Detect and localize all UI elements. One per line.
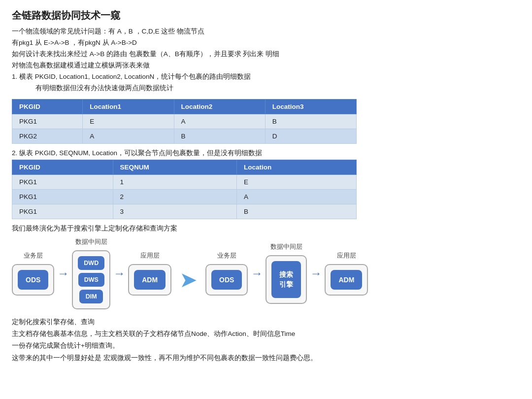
block-dws: DWS [78,273,104,287]
layer-label-business-right: 业务层 [217,252,236,260]
cell: D [265,129,356,143]
cell: B [174,129,265,143]
intro-line-5: 1. 横表 PKGID, Location1, Location2, Locat… [12,71,520,83]
cell: A [237,189,357,204]
block-search-engine: 搜索引擎 [271,261,301,298]
bottom-line-1: 定制化搜索引擎存储、查询 [12,316,520,328]
cell: A [83,129,174,143]
layer-mid-right: 数据中间层 搜索引擎 [266,243,307,304]
table1-col-pkgid: PKGID [12,99,83,114]
transform-arrow: ➤ [179,267,198,292]
outer-ods-right: ODS [205,264,248,296]
layer-label-app-right: 应用层 [337,252,356,260]
table-vertical: PKGID SEQNUM Location PKG1 1 E PKG1 2 A … [12,160,357,219]
layer-mid-left: 数据中间层 DWD DWS DIM [72,238,110,309]
block-ods-left: ODS [18,270,48,290]
bottom-line-4: 这带来的其中一个明显好处是 宏观微观一致性，再不用为维护不同包裹表的数据一致性问… [12,352,520,364]
table2-col-seqnum: SEQNUM [113,160,237,174]
block-adm-right: ADM [331,270,362,290]
bottom-text: 定制化搜索引擎存储、查询 主文档存储包裹基本信息，与主文档关联的子文档存储节点N… [12,316,520,364]
page-title: 全链路数据协同技术一窥 [12,9,520,22]
layer-business-left: 业务层 ODS [12,252,54,296]
layer-label-app-left: 应用层 [140,252,160,260]
cell: PKG1 [12,174,113,189]
intro-text: 一个物流领域的常见统计问题：有 A，B ，C,D,E 这些 物流节点 有pkg1… [12,26,520,94]
intro-line-3: 如何设计表来找出来经过 A->B 的路由 包裹数量（A、B有顺序），并且要求 列… [12,49,520,60]
architecture-diagram: 业务层 ODS → 数据中间层 DWD DWS DIM → 应用层 ADM ➤ [12,238,485,309]
bottom-line-2: 主文档存储包裹基本信息，与主文档关联的子文档存储节点Node、动作Action、… [12,328,520,340]
layer-label-business-left: 业务层 [24,252,43,260]
block-ods-right: ODS [211,270,242,290]
bottom-line-3: 一份存储完成聚合统计+明细查询。 [12,340,520,352]
intro-line-4: 对物流包裹数据建模通过建立横纵两张表来做 [12,60,520,71]
layer-app-left: 应用层 ADM [128,252,171,296]
table-row: PKG1 1 E [12,174,357,189]
arrow-3: → [251,266,263,280]
outer-adm-right: ADM [325,264,368,296]
cell: 1 [113,174,237,189]
cell: B [265,114,356,129]
table-row: PKG1 3 B [12,204,357,219]
table1-header-row: PKGID Location1 Location2 Location3 [12,99,357,114]
outer-ods-left: ODS [12,264,54,296]
table-row: PKG2 A B D [12,129,357,143]
cell: 3 [113,204,237,219]
table2-col-pkgid: PKGID [12,160,113,174]
cell: E [237,174,357,189]
block-dim: DIM [79,290,103,303]
cell: 2 [113,189,237,204]
arrow-2: → [113,266,125,280]
arrow-4: → [310,266,322,280]
table2-col-location: Location [237,160,357,174]
layer-label-mid-right: 数据中间层 [270,243,302,251]
table-row: PKG1 E A B [12,114,357,129]
cell: PKG1 [12,189,113,204]
table1-col-loc2: Location2 [174,99,265,114]
table2-header-row: PKGID SEQNUM Location [12,160,357,174]
layer-business-right: 业务层 ODS [205,252,248,296]
cell: PKG2 [12,129,83,143]
table1-col-loc1: Location1 [83,99,174,114]
block-adm-left: ADM [134,270,166,290]
arrow-1: → [57,266,69,280]
intro-line-6: 有明细数据但没有办法快速做两点间数据统计 [12,83,520,94]
arch-left: 业务层 ODS → 数据中间层 DWD DWS DIM → 应用层 ADM [12,238,171,309]
intro-line-1: 一个物流领域的常见统计问题：有 A，B ，C,D,E 这些 物流节点 [12,26,520,37]
block-dwd: DWD [78,256,104,270]
cell: B [237,204,357,219]
section2-label: 2. 纵表 PKGID, SEQNUM, Location，可以聚合节点间包裹数… [12,149,520,158]
arch-right: 业务层 ODS → 数据中间层 搜索引擎 → 应用层 ADM [205,243,368,304]
layer-app-right: 应用层 ADM [325,252,368,296]
evolve-text: 我们最终演化为基于搜索引擎上定制化存储和查询方案 [12,224,520,233]
intro-line-2: 有pkg1 从 E->A->B ，有pkgN 从 A->B->D [12,37,520,49]
table1-col-loc3: Location3 [265,99,356,114]
table-row: PKG1 2 A [12,189,357,204]
cell: E [83,114,174,129]
outer-mid-left: DWD DWS DIM [72,250,110,309]
outer-mid-right: 搜索引擎 [266,255,307,304]
table-horizontal: PKGID Location1 Location2 Location3 PKG1… [12,99,357,144]
cell: PKG1 [12,204,113,219]
cell: PKG1 [12,114,83,129]
layer-label-mid-left: 数据中间层 [75,238,107,246]
outer-adm-left: ADM [128,264,171,296]
cell: A [174,114,265,129]
